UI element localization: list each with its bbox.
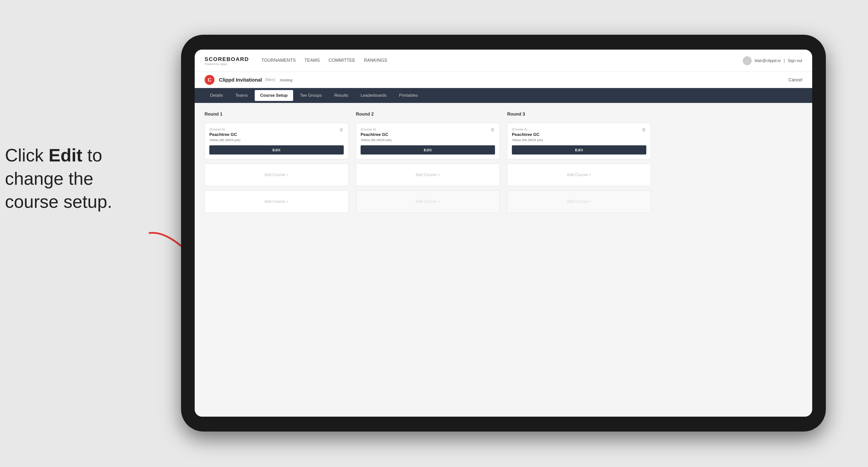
user-avatar: [743, 56, 752, 65]
tournament-logo: C: [205, 75, 215, 85]
round-3-title: Round 3: [507, 112, 651, 117]
round-3-add-label-1: Add Course +: [567, 173, 591, 177]
logo-sub: Powered by clippd: [205, 62, 249, 65]
round-3-delete-icon[interactable]: 🗑: [641, 126, 647, 133]
round-1-course-name: Peachtree GC: [209, 132, 344, 137]
round-3-add-course-1[interactable]: Add Course +: [507, 164, 651, 186]
nav-teams[interactable]: TEAMS: [305, 56, 320, 65]
tablet-frame: SCOREBOARD Powered by clippd TOURNAMENTS…: [181, 35, 826, 432]
instruction-text: Click Edit to change the course setup.: [5, 144, 144, 214]
tab-tee-groups[interactable]: Tee Groups: [294, 90, 328, 101]
round-1-course-card: (Course A) Peachtree GC Yellow (M) (6629…: [205, 123, 348, 159]
round-3-course-details: Yellow (M) (6629 yds): [512, 138, 646, 142]
round-2-course-name: Peachtree GC: [361, 132, 495, 137]
round-3-edit-button[interactable]: Edit: [512, 145, 646, 155]
tabs-bar: Details Teams Course Setup Tee Groups Re…: [195, 88, 812, 103]
user-email: blair@clippd.io: [755, 59, 781, 63]
round-2-add-label-2: Add Course +: [416, 199, 440, 204]
round-3-course-card: (Course A) Peachtree GC Yellow (M) (6629…: [507, 123, 651, 159]
separator: |: [784, 59, 785, 63]
tab-leaderboards[interactable]: Leaderboards: [355, 90, 392, 101]
round-3-course-name: Peachtree GC: [512, 132, 646, 137]
round-1-course-details: Yellow (M) (6629 yds): [209, 138, 344, 142]
round-2-edit-button[interactable]: Edit: [361, 145, 495, 155]
round-1-course-label: (Course A): [209, 127, 344, 131]
nav-tournaments[interactable]: TOURNAMENTS: [261, 56, 296, 65]
round-2-add-course-1[interactable]: Add Course +: [356, 164, 500, 186]
tournament-gender: (Men): [265, 77, 275, 82]
navbar: SCOREBOARD Powered by clippd TOURNAMENTS…: [195, 50, 812, 72]
instruction-prefix: Click: [5, 145, 49, 165]
logo-title: SCOREBOARD: [205, 56, 249, 62]
round-2-title: Round 2: [356, 112, 500, 117]
round-1-column: Round 1 (Course A) Peachtree GC Yellow (…: [205, 112, 348, 213]
tablet-screen: SCOREBOARD Powered by clippd TOURNAMENTS…: [195, 50, 812, 417]
nav-user: blair@clippd.io | Sign out: [743, 56, 802, 65]
round-2-course-card: (Course A) Peachtree GC Yellow (M) (6629…: [356, 123, 500, 159]
main-content: Round 1 (Course A) Peachtree GC Yellow (…: [195, 103, 812, 417]
round-1-edit-button[interactable]: Edit: [209, 145, 344, 155]
hosting-badge: Hosting: [280, 78, 292, 82]
rounds-grid: Round 1 (Course A) Peachtree GC Yellow (…: [205, 112, 802, 213]
round-2-column: Round 2 (Course A) Peachtree GC Yellow (…: [356, 112, 500, 213]
round-2-course-label: (Course A): [361, 127, 495, 131]
round-2-delete-icon[interactable]: 🗑: [490, 126, 496, 133]
tournament-logo-letter: C: [208, 77, 211, 83]
round-1-delete-icon[interactable]: 🗑: [338, 126, 345, 133]
round-3-column: Round 3 (Course A) Peachtree GC Yellow (…: [507, 112, 651, 213]
round-4-column-empty: [658, 112, 802, 213]
instruction-bold: Edit: [49, 145, 82, 165]
nav-links: TOURNAMENTS TEAMS COMMITTEE RANKINGS: [261, 56, 743, 65]
sub-header: C Clippd Invitational (Men) Hosting Canc…: [195, 72, 812, 88]
tab-printables[interactable]: Printables: [394, 90, 423, 101]
tournament-name: Clippd Invitational: [219, 77, 262, 83]
round-3-course-label: (Course A): [512, 127, 646, 131]
tab-teams[interactable]: Teams: [230, 90, 253, 101]
tab-details[interactable]: Details: [205, 90, 228, 101]
round-1-add-label-2: Add Course +: [265, 199, 289, 204]
tab-results[interactable]: Results: [329, 90, 354, 101]
round-1-add-course-1[interactable]: Add Course +: [205, 164, 348, 186]
round-2-add-label-1: Add Course +: [416, 173, 440, 177]
round-3-add-course-2: Add Course +: [507, 190, 651, 213]
sign-out-link[interactable]: Sign out: [788, 59, 802, 63]
round-3-add-label-2: Add Course +: [567, 199, 591, 204]
nav-committee[interactable]: COMMITTEE: [329, 56, 355, 65]
scoreboard-logo: SCOREBOARD Powered by clippd: [205, 56, 249, 65]
round-1-add-course-2[interactable]: Add Course +: [205, 190, 348, 213]
round-2-course-details: Yellow (M) (6629 yds): [361, 138, 495, 142]
cancel-button[interactable]: Cancel: [788, 77, 802, 83]
round-2-add-course-2: Add Course +: [356, 190, 500, 213]
round-1-add-label-1: Add Course +: [265, 173, 289, 177]
nav-rankings[interactable]: RANKINGS: [364, 56, 388, 65]
round-1-title: Round 1: [205, 112, 348, 117]
tab-course-setup[interactable]: Course Setup: [255, 90, 293, 101]
